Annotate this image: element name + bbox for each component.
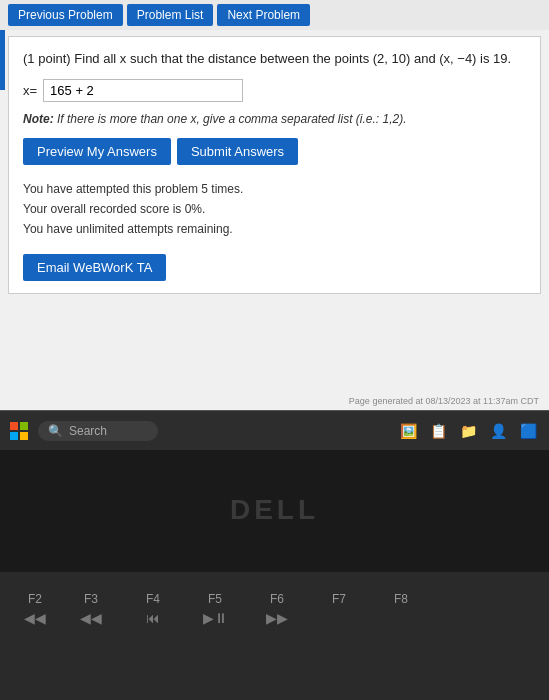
fn-key-f3-label: F3 xyxy=(84,592,98,606)
taskbar-icon-4[interactable]: 👤 xyxy=(487,420,509,442)
fn-key-f3-icon: ◀◀ xyxy=(80,610,102,626)
fn-key-f2-icon: ◀◀ xyxy=(24,610,46,626)
note-label: Note: xyxy=(23,112,54,126)
content-area: (1 point) Find all x such that the dista… xyxy=(8,36,541,294)
taskbar-search-box[interactable]: 🔍 Search xyxy=(38,421,158,441)
preview-answers-button[interactable]: Preview My Answers xyxy=(23,138,171,165)
taskbar-search-placeholder: Search xyxy=(69,424,107,438)
note-text: Note: If there is more than one x, give … xyxy=(23,112,526,126)
next-problem-button[interactable]: Next Problem xyxy=(217,4,310,26)
windows-start-button[interactable] xyxy=(10,422,28,440)
fn-key-f5-label: F5 xyxy=(208,592,222,606)
submit-answers-button[interactable]: Submit Answers xyxy=(177,138,298,165)
answer-row: x= xyxy=(23,79,526,102)
email-ta-button[interactable]: Email WeBWorK TA xyxy=(23,254,166,281)
top-nav: Previous Problem Problem List Next Probl… xyxy=(0,0,549,30)
status-text: You have attempted this problem 5 times.… xyxy=(23,179,526,240)
fn-key-f5[interactable]: F5 ▶⏸ xyxy=(184,592,246,626)
fn-key-f4[interactable]: F4 ⏮ xyxy=(122,592,184,626)
prev-problem-button[interactable]: Previous Problem xyxy=(8,4,123,26)
status-line2: Your overall recorded score is 0%. xyxy=(23,199,526,219)
fn-key-f7-label: F7 xyxy=(332,592,346,606)
taskbar-icon-1[interactable]: 🖼️ xyxy=(397,420,419,442)
fn-key-f6[interactable]: F6 ▶▶ xyxy=(246,592,308,626)
dell-area: DELL xyxy=(0,450,549,570)
taskbar-icon-3[interactable]: 📁 xyxy=(457,420,479,442)
page-footer: Page generated at 08/13/2023 at 11:37am … xyxy=(349,396,539,406)
status-line1: You have attempted this problem 5 times. xyxy=(23,179,526,199)
taskbar-right-icons: 🖼️ 📋 📁 👤 🟦 xyxy=(397,420,539,442)
action-buttons: Preview My Answers Submit Answers xyxy=(23,138,526,165)
dell-logo: DELL xyxy=(230,494,319,526)
problem-list-button[interactable]: Problem List xyxy=(127,4,214,26)
fn-key-f2[interactable]: F2 ◀◀ xyxy=(10,592,60,626)
problem-statement: (1 point) Find all x such that the dista… xyxy=(23,49,526,69)
answer-input[interactable] xyxy=(43,79,243,102)
input-label: x= xyxy=(23,83,37,98)
search-icon: 🔍 xyxy=(48,424,63,438)
fn-keys-bar: F2 ◀◀ F3 ◀◀ F4 ⏮ F5 ▶⏸ F6 ▶▶ F7 F8 xyxy=(0,570,549,700)
status-line3: You have unlimited attempts remaining. xyxy=(23,219,526,239)
taskbar-icon-2[interactable]: 📋 xyxy=(427,420,449,442)
fn-key-f8[interactable]: F8 xyxy=(370,592,432,610)
left-accent-bar xyxy=(0,30,5,90)
fn-key-f4-icon: ⏮ xyxy=(146,610,160,626)
taskbar-icon-5[interactable]: 🟦 xyxy=(517,420,539,442)
taskbar: 🔍 Search 🖼️ 📋 📁 👤 🟦 xyxy=(0,410,549,450)
fn-key-f5-icon: ▶⏸ xyxy=(203,610,228,626)
fn-key-f6-label: F6 xyxy=(270,592,284,606)
fn-key-f2-label: F2 xyxy=(28,592,42,606)
page-area: Previous Problem Problem List Next Probl… xyxy=(0,0,549,410)
fn-key-f7[interactable]: F7 xyxy=(308,592,370,610)
fn-key-f6-icon: ▶▶ xyxy=(266,610,288,626)
fn-key-f4-label: F4 xyxy=(146,592,160,606)
fn-key-f3[interactable]: F3 ◀◀ xyxy=(60,592,122,626)
note-body: If there is more than one x, give a comm… xyxy=(57,112,407,126)
fn-key-f8-label: F8 xyxy=(394,592,408,606)
